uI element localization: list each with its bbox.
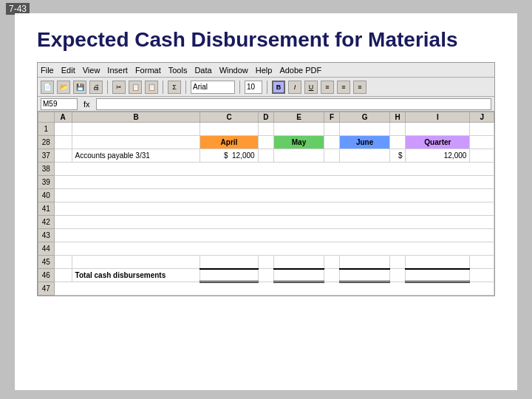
align-left-button[interactable]: ≡ (321, 81, 334, 94)
cell-f37[interactable] (324, 149, 340, 163)
menu-edit[interactable]: Edit (61, 66, 75, 75)
cell-c28-april[interactable]: April (200, 136, 258, 149)
menu-adobe[interactable]: Adobe PDF (279, 66, 321, 75)
cell-j46[interactable] (470, 269, 494, 282)
cell-e1[interactable] (274, 123, 324, 136)
table-row: 39 (38, 176, 494, 189)
bold-button[interactable]: B (272, 81, 285, 94)
align-center-button[interactable]: ≡ (337, 81, 350, 94)
cell-i28-quarter[interactable]: Quarter (406, 136, 470, 149)
copy-button[interactable]: 📋 (129, 81, 142, 94)
print-button[interactable]: 🖨 (89, 81, 103, 94)
cell-empty-42[interactable] (54, 216, 494, 229)
cell-a37[interactable] (54, 149, 72, 163)
sum-button[interactable]: Σ (168, 81, 181, 94)
menu-help[interactable]: Help (256, 66, 273, 75)
cell-b45[interactable] (72, 256, 200, 269)
menu-data[interactable]: Data (194, 66, 211, 75)
cell-i46-total[interactable] (406, 269, 470, 282)
cell-h1[interactable] (389, 123, 406, 136)
cell-j28[interactable] (470, 136, 494, 149)
menu-format[interactable]: Format (135, 66, 161, 75)
cell-h28[interactable] (389, 136, 406, 149)
cell-e45-underline[interactable] (274, 256, 324, 269)
cell-c1[interactable] (200, 123, 258, 136)
cell-empty-39[interactable] (54, 176, 494, 189)
cut-button[interactable]: ✂ (112, 81, 126, 94)
cell-f45[interactable] (324, 256, 340, 269)
cell-empty-43[interactable] (54, 229, 494, 242)
font-selector[interactable]: Arial (191, 81, 235, 94)
cell-g28-june[interactable]: June (340, 136, 389, 149)
row-num-46: 46 (38, 269, 55, 282)
col-header-b: B (72, 112, 200, 123)
table-row: 42 (38, 216, 494, 229)
cell-empty-38[interactable] (54, 163, 494, 176)
cell-h45[interactable] (389, 256, 406, 269)
col-header-blank (38, 112, 55, 123)
col-header-a: A (54, 112, 72, 123)
cell-e28-may[interactable]: May (274, 136, 324, 149)
column-header-row: A B C D E F G H I J (38, 112, 494, 123)
cell-empty-44[interactable] (54, 242, 494, 256)
cell-h46[interactable] (389, 269, 406, 282)
cell-reference[interactable]: M59 (41, 98, 78, 110)
table-row: 41 (38, 202, 494, 216)
cell-b37-label[interactable]: Accounts payable 3/31 (72, 149, 200, 163)
cell-g45-underline[interactable] (340, 256, 389, 269)
row-num-45: 45 (38, 256, 55, 269)
cell-a28[interactable] (54, 136, 72, 149)
cell-empty-47[interactable] (54, 282, 494, 296)
cell-d45[interactable] (258, 256, 274, 269)
cell-f46[interactable] (324, 269, 340, 282)
cell-b28[interactable] (72, 136, 200, 149)
table-row: 28 April May June Quarter (38, 136, 494, 149)
cell-g1[interactable] (340, 123, 389, 136)
cell-d1[interactable] (258, 123, 274, 136)
cell-a45[interactable] (54, 256, 72, 269)
cell-f28[interactable] (324, 136, 340, 149)
paste-button[interactable]: 📋 (145, 81, 158, 94)
cell-a1[interactable] (54, 123, 72, 136)
formula-input[interactable] (96, 98, 491, 110)
align-right-button[interactable]: ≡ (353, 81, 366, 94)
cell-empty-40[interactable] (54, 189, 494, 202)
new-button[interactable]: 📄 (41, 81, 54, 94)
cell-d37[interactable] (258, 149, 274, 163)
toolbar-sep-1 (107, 81, 108, 94)
cell-e46-total[interactable] (274, 269, 324, 282)
cell-empty-41[interactable] (54, 202, 494, 216)
cell-j37[interactable] (470, 149, 494, 163)
menu-tools[interactable]: Tools (168, 66, 188, 75)
cell-i45-underline[interactable] (406, 256, 470, 269)
cell-d46[interactable] (258, 269, 274, 282)
cell-c37-value[interactable]: $ 12,000 (200, 149, 258, 163)
cell-c46-total[interactable] (200, 269, 258, 282)
cell-c45-underline[interactable] (200, 256, 258, 269)
cell-b1[interactable] (72, 123, 200, 136)
cell-i37-value[interactable]: 12,000 (406, 149, 470, 163)
table-row: 47 (38, 282, 494, 296)
cell-b46-label[interactable]: Total cash disbursements (72, 269, 200, 282)
open-button[interactable]: 📂 (57, 81, 70, 94)
cell-e37[interactable] (274, 149, 324, 163)
cell-d28[interactable] (258, 136, 274, 149)
cell-j1[interactable] (470, 123, 494, 136)
cell-g46-total[interactable] (340, 269, 389, 282)
underline-button[interactable]: U (304, 81, 318, 94)
menu-file[interactable]: File (41, 66, 54, 75)
menu-insert[interactable]: Insert (107, 66, 128, 75)
italic-button[interactable]: I (288, 81, 301, 94)
save-button[interactable]: 💾 (73, 81, 86, 94)
menu-window[interactable]: Window (219, 66, 248, 75)
cell-f1[interactable] (324, 123, 340, 136)
row-num-44: 44 (38, 242, 55, 256)
font-size-selector[interactable]: 10 (245, 81, 262, 94)
cell-a46[interactable] (54, 269, 72, 282)
cell-h37-dollar[interactable]: $ (389, 149, 406, 163)
menu-view[interactable]: View (83, 66, 100, 75)
row-num-1: 1 (38, 123, 55, 136)
cell-j45[interactable] (470, 256, 494, 269)
cell-i1[interactable] (406, 123, 470, 136)
cell-g37[interactable] (340, 149, 389, 163)
